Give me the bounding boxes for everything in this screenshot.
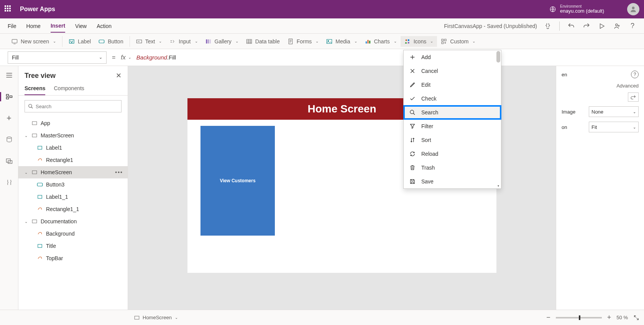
screen-selector[interactable]: HomeScreen ⌄: [134, 315, 178, 320]
app-launcher-icon[interactable]: [5, 5, 12, 13]
custom-label: Custom: [450, 38, 468, 45]
svg-rect-24: [6, 97, 8, 99]
tree-node-label11[interactable]: Label1_1: [18, 191, 128, 203]
fullscreen-icon[interactable]: [633, 315, 639, 321]
tree-node-masterscreen[interactable]: ⌄ MasterScreen: [18, 129, 128, 142]
text-label: Text: [145, 38, 155, 45]
zoom-in-button[interactable]: +: [607, 313, 611, 322]
redo-icon[interactable]: [583, 22, 590, 30]
icon-option-search[interactable]: Search: [404, 106, 501, 119]
label-button[interactable]: Label: [65, 36, 95, 47]
icon-option-trash[interactable]: Trash: [404, 161, 501, 175]
custom-button[interactable]: Custom⌄: [437, 36, 479, 47]
more-icon[interactable]: •••: [115, 169, 123, 175]
play-icon[interactable]: [598, 22, 606, 30]
tree-search-input[interactable]: [36, 104, 118, 109]
charts-button[interactable]: Charts⌄: [361, 36, 401, 47]
rect-node-icon: [37, 206, 43, 212]
data-table-button[interactable]: Data table: [242, 36, 284, 47]
svg-point-2: [616, 24, 618, 26]
scrollbar-thumb[interactable]: [496, 51, 500, 63]
svg-rect-35: [38, 195, 42, 198]
svg-rect-10: [246, 39, 251, 43]
media-rail-icon[interactable]: [2, 155, 17, 167]
environment-picker[interactable]: Environment enayu.com (default): [549, 4, 604, 14]
tree-search[interactable]: [25, 100, 122, 112]
menu-home[interactable]: Home: [26, 20, 41, 32]
screen-node-icon: [31, 218, 38, 224]
tree-node-app[interactable]: App: [18, 117, 128, 129]
icon-option-cancel[interactable]: Cancel: [404, 64, 501, 78]
button-button[interactable]: Button: [95, 36, 127, 47]
search-icon: [28, 104, 33, 109]
zoom-value: 50: [616, 315, 622, 320]
icon-option-sort[interactable]: Sort: [404, 133, 501, 147]
input-button[interactable]: Input⌄: [166, 36, 201, 47]
undo-icon[interactable]: [567, 22, 575, 30]
svg-rect-16: [369, 41, 370, 43]
text-button[interactable]: Text⌄: [132, 36, 166, 47]
icons-button[interactable]: Icons⌄: [401, 36, 437, 47]
hamburger-icon[interactable]: [2, 69, 17, 81]
tree-node-topbar[interactable]: TopBar: [18, 252, 128, 264]
property-selector[interactable]: Fill ⌄: [8, 51, 107, 64]
document-status: FirstCanvasApp - Saved (Unpublished): [444, 23, 537, 29]
tools-icon[interactable]: [2, 177, 17, 189]
data-icon[interactable]: [2, 134, 17, 146]
app-checker-icon[interactable]: [544, 22, 552, 30]
save-icon: [409, 178, 416, 185]
zoom-out-button[interactable]: −: [546, 313, 550, 322]
gallery-label: Gallery: [215, 38, 232, 45]
icon-option-reload[interactable]: Reload: [404, 147, 501, 161]
gallery-button[interactable]: Gallery⌄: [202, 36, 242, 47]
svg-rect-21: [445, 39, 447, 41]
svg-point-29: [29, 104, 32, 107]
help-icon[interactable]: ?: [629, 22, 636, 30]
tab-advanced[interactable]: Advanced: [616, 83, 639, 89]
forms-button[interactable]: Forms⌄: [284, 36, 323, 47]
app-header: Power Apps Environment enayu.com (defaul…: [0, 0, 644, 18]
menu-action[interactable]: Action: [97, 20, 112, 32]
help-circle-icon[interactable]: ?: [631, 71, 639, 78]
fx-label[interactable]: fx⌄: [121, 54, 131, 61]
media-button[interactable]: Media⌄: [322, 36, 361, 47]
tree-node-title[interactable]: Title: [18, 240, 128, 252]
svg-rect-3: [12, 39, 17, 43]
svg-rect-37: [38, 244, 42, 247]
prop-action-icon[interactable]: [628, 92, 639, 102]
prop-image-select[interactable]: None⌄: [589, 106, 639, 117]
icon-option-edit[interactable]: Edit: [404, 78, 501, 92]
tree-node-homescreen[interactable]: ⌄ HomeScreen •••: [18, 166, 128, 178]
icon-option-add[interactable]: Add: [404, 50, 501, 64]
tree-node-documentation[interactable]: ⌄ Documentation: [18, 215, 128, 228]
menu-view[interactable]: View: [75, 20, 87, 32]
svg-rect-7: [206, 39, 207, 43]
data-table-icon: [246, 38, 252, 45]
add-icon[interactable]: +: [2, 112, 17, 124]
new-screen-button[interactable]: New screen ⌄: [8, 36, 60, 47]
icon-option-check[interactable]: Check: [404, 92, 501, 106]
menu-insert[interactable]: Insert: [51, 20, 65, 33]
zoom-slider[interactable]: [556, 317, 602, 318]
tree-node-label1[interactable]: Label1: [18, 142, 128, 154]
canvas-card[interactable]: View Customers: [200, 126, 275, 236]
screen-icon: [134, 315, 140, 320]
user-avatar[interactable]: [627, 3, 639, 15]
media-label: Media: [335, 38, 350, 45]
tree-node-rectangle1[interactable]: Rectangle1: [18, 154, 128, 166]
share-icon[interactable]: [613, 22, 621, 30]
tree-node-background[interactable]: Background: [18, 228, 128, 240]
tree-node-rectangle11[interactable]: Rectangle1_1: [18, 203, 128, 215]
tree-view-icon[interactable]: [2, 91, 17, 103]
icon-option-save[interactable]: Save: [404, 175, 501, 188]
menu-file[interactable]: File: [8, 20, 16, 32]
tab-screens[interactable]: Screens: [25, 82, 45, 95]
gallery-icon: [205, 38, 212, 45]
tree-node-button3[interactable]: Button3: [18, 178, 128, 191]
formula-input[interactable]: Background.Fill: [136, 51, 636, 64]
tab-components[interactable]: Components: [54, 82, 84, 95]
scroll-down-icon[interactable]: ▾: [496, 184, 500, 188]
prop-position-select[interactable]: Fit⌄: [589, 122, 639, 132]
icon-option-filter[interactable]: Filter: [404, 119, 501, 133]
close-icon[interactable]: ✕: [116, 71, 122, 80]
